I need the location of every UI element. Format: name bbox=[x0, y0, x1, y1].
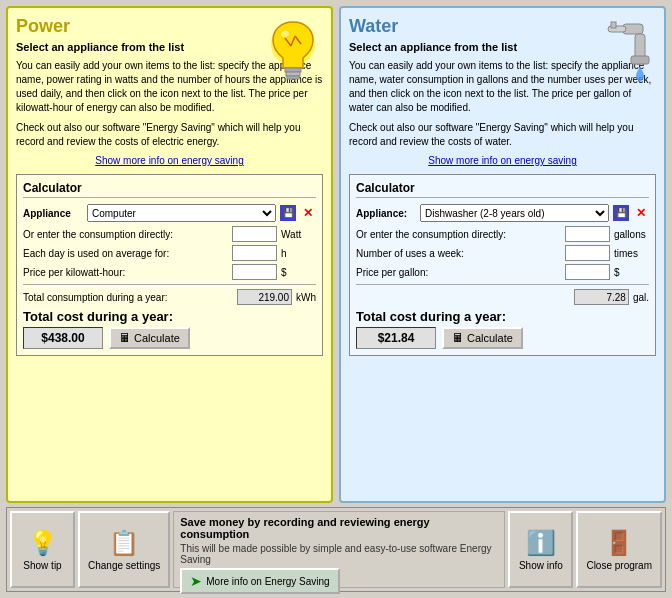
water-total-consumption-row: 7.28 gal. bbox=[356, 284, 649, 305]
water-total-cost-value: $21.84 bbox=[356, 327, 436, 349]
water-consumption-row: Or enter the consumption directly: 20 ga… bbox=[356, 226, 649, 242]
power-daily-row: Each day is used on average for: 4 h bbox=[23, 245, 316, 261]
energy-saving-banner: Save money by recording and reviewing en… bbox=[173, 511, 505, 588]
water-calc-title: Calculator bbox=[356, 181, 649, 198]
svg-rect-6 bbox=[287, 76, 299, 79]
water-calc-icon: 🖩 bbox=[452, 331, 464, 345]
water-calculator: Calculator Appliance: Dishwasher (2-8 ye… bbox=[349, 174, 656, 356]
water-price-label: Price per gallon: bbox=[356, 267, 561, 278]
power-energy-link[interactable]: Show more info on energy saving bbox=[16, 155, 323, 166]
water-calculate-label: Calculate bbox=[467, 332, 513, 344]
close-program-button[interactable]: 🚪 Close program bbox=[576, 511, 662, 588]
power-calculate-label: Calculate bbox=[134, 332, 180, 344]
water-total-cost-label: Total cost during a year: bbox=[356, 309, 649, 324]
power-description2: Check out also our software "Energy Savi… bbox=[16, 121, 323, 149]
power-total-consumption-unit: kWh bbox=[296, 292, 316, 303]
power-total-consumption-value: 219.00 bbox=[237, 289, 292, 305]
bulb-icon bbox=[263, 16, 323, 88]
water-consumption-input[interactable]: 20 bbox=[565, 226, 610, 242]
power-appliance-row: Appliance Computer TV Refrigerator 💾 ✕ bbox=[23, 204, 316, 222]
water-price-unit: $ bbox=[614, 267, 649, 278]
power-panel: Power Select an appliance from the list … bbox=[6, 6, 333, 503]
power-price-label: Price per kilowatt-hour: bbox=[23, 267, 228, 278]
close-program-label: Close program bbox=[586, 560, 652, 571]
power-appliance-select[interactable]: Computer TV Refrigerator bbox=[87, 204, 276, 222]
water-delete-icon[interactable]: ✕ bbox=[633, 205, 649, 221]
faucet-icon bbox=[593, 14, 658, 86]
water-total-consumption-value: 7.28 bbox=[574, 289, 629, 305]
water-save-icon[interactable]: 💾 bbox=[613, 205, 629, 221]
power-daily-label: Each day is used on average for: bbox=[23, 248, 228, 259]
banner-title: Save money by recording and reviewing en… bbox=[180, 516, 498, 540]
water-uses-row: Number of uses a week: 7 times bbox=[356, 245, 649, 261]
power-calc-icon: 🖩 bbox=[119, 331, 131, 345]
power-daily-unit: h bbox=[281, 248, 316, 259]
info-icon: ℹ️ bbox=[526, 529, 556, 557]
show-tip-button[interactable]: 💡 Show tip bbox=[10, 511, 75, 588]
power-price-row: Price per kilowatt-hour: 2.00 $ bbox=[23, 264, 316, 280]
water-consumption-label: Or enter the consumption directly: bbox=[356, 229, 561, 240]
power-total-cost-value: $438.00 bbox=[23, 327, 103, 349]
water-appliance-label: Appliance: bbox=[356, 208, 416, 219]
water-appliance-row: Appliance: Dishwasher (2-8 years old) Sh… bbox=[356, 204, 649, 222]
tip-icon: 💡 bbox=[28, 529, 58, 557]
banner-desc: This will be made possible by simple and… bbox=[180, 543, 498, 565]
power-calculate-button[interactable]: 🖩 Calculate bbox=[109, 327, 190, 349]
close-icon: 🚪 bbox=[604, 529, 634, 557]
water-energy-link[interactable]: Show more info on energy saving bbox=[349, 155, 656, 166]
settings-icon: 📋 bbox=[109, 529, 139, 557]
water-price-row: Price per gallon: 3.00 $ bbox=[356, 264, 649, 280]
power-calc-title: Calculator bbox=[23, 181, 316, 198]
water-calculate-button[interactable]: 🖩 Calculate bbox=[442, 327, 523, 349]
svg-rect-5 bbox=[286, 72, 300, 76]
power-calculator: Calculator Appliance Computer TV Refrige… bbox=[16, 174, 323, 356]
show-info-button[interactable]: ℹ️ Show info bbox=[508, 511, 573, 588]
more-info-icon: ➤ bbox=[190, 573, 202, 589]
svg-rect-4 bbox=[285, 68, 301, 72]
power-total-cost-row: $438.00 🖩 Calculate bbox=[23, 327, 316, 349]
power-save-icon[interactable]: 💾 bbox=[280, 205, 296, 221]
power-total-consumption-row: Total consumption during a year: 219.00 … bbox=[23, 284, 316, 305]
water-appliance-select[interactable]: Dishwasher (2-8 years old) Shower Bath bbox=[420, 204, 609, 222]
power-appliance-label: Appliance bbox=[23, 208, 83, 219]
show-info-label: Show info bbox=[519, 560, 563, 571]
water-total-consumption-unit: gal. bbox=[633, 292, 649, 303]
power-total-consumption-label: Total consumption during a year: bbox=[23, 292, 233, 303]
water-uses-unit: times bbox=[614, 248, 649, 259]
water-uses-label: Number of uses a week: bbox=[356, 248, 561, 259]
power-daily-input[interactable]: 4 bbox=[232, 245, 277, 261]
power-consumption-input[interactable]: 150 bbox=[232, 226, 277, 242]
change-settings-button[interactable]: 📋 Change settings bbox=[78, 511, 170, 588]
change-settings-label: Change settings bbox=[88, 560, 160, 571]
power-consumption-label: Or enter the consumption directly: bbox=[23, 229, 228, 240]
power-price-input[interactable]: 2.00 bbox=[232, 264, 277, 280]
water-panel: Water Select an appliance from the list … bbox=[339, 6, 666, 503]
svg-rect-10 bbox=[631, 56, 649, 64]
power-consumption-unit: Watt bbox=[281, 229, 316, 240]
water-consumption-unit: gallons bbox=[614, 229, 649, 240]
water-uses-input[interactable]: 7 bbox=[565, 245, 610, 261]
svg-rect-12 bbox=[611, 22, 616, 28]
svg-rect-9 bbox=[635, 34, 645, 59]
power-total-cost-label: Total cost during a year: bbox=[23, 309, 316, 324]
show-tip-label: Show tip bbox=[23, 560, 61, 571]
power-consumption-row: Or enter the consumption directly: 150 W… bbox=[23, 226, 316, 242]
more-info-label: More info on Energy Saving bbox=[206, 576, 329, 587]
water-price-input[interactable]: 3.00 bbox=[565, 264, 610, 280]
power-price-unit: $ bbox=[281, 267, 316, 278]
more-info-button[interactable]: ➤ More info on Energy Saving bbox=[180, 568, 339, 594]
toolbar: 💡 Show tip 📋 Change settings Save money … bbox=[6, 507, 666, 592]
water-total-cost-row: $21.84 🖩 Calculate bbox=[356, 327, 649, 349]
water-description2: Check out also our software "Energy Savi… bbox=[349, 121, 656, 149]
power-delete-icon[interactable]: ✕ bbox=[300, 205, 316, 221]
